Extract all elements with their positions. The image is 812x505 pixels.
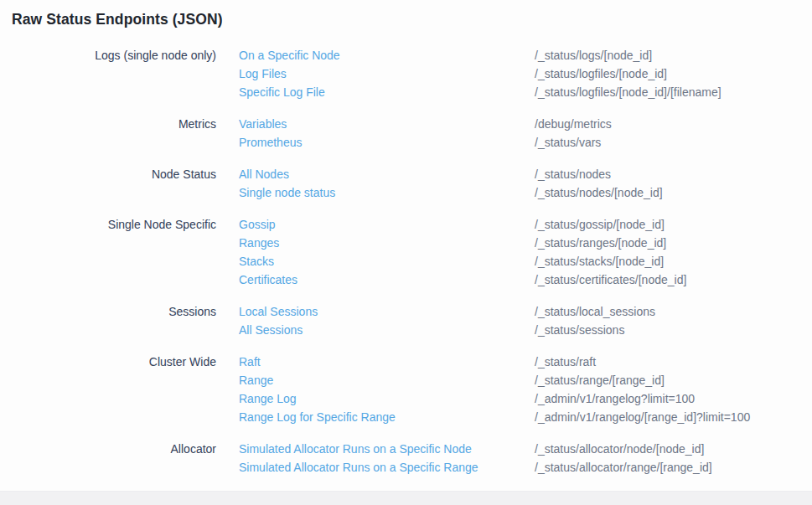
endpoint-link[interactable]: Range Log [239, 389, 535, 408]
section-category: Metrics [0, 115, 216, 133]
endpoint-path: /_status/raft [535, 353, 812, 371]
endpoint-link[interactable]: Range [239, 371, 535, 389]
footer-strip [0, 491, 812, 505]
endpoint-section: Allocator Simulated Allocator Runs on a … [0, 440, 812, 477]
section-category: Allocator [0, 440, 216, 458]
endpoint-section: Sessions Local SessionsAll Sessions /_st… [0, 302, 812, 339]
endpoint-path: /_status/logs/[node_id] [535, 46, 812, 64]
endpoint-link[interactable]: Stacks [239, 252, 535, 271]
endpoint-path: /_status/range/[range_id] [535, 371, 812, 389]
section-paths-column: /_status/allocator/node/[node_id]/_statu… [535, 440, 812, 477]
endpoint-link[interactable]: Log Files [239, 64, 535, 83]
endpoint-section: Logs (single node only) On a Specific No… [0, 46, 812, 101]
endpoint-path: /_status/allocator/range/[range_id] [535, 458, 812, 477]
endpoint-path: /_status/local_sessions [535, 302, 812, 321]
endpoint-path: /_admin/v1/rangelog?limit=100 [535, 389, 812, 408]
endpoint-link[interactable]: Certificates [239, 271, 535, 289]
section-category: Node Status [0, 165, 216, 183]
endpoint-section: Metrics VariablesPrometheus /debug/metri… [0, 115, 812, 152]
endpoint-path: /_status/logfiles/[node_id]/[filename] [535, 83, 812, 101]
endpoint-link[interactable]: Single node status [239, 183, 535, 202]
section-links-column: RaftRangeRange LogRange Log for Specific… [239, 353, 535, 426]
endpoint-link[interactable]: On a Specific Node [239, 46, 535, 64]
endpoint-link[interactable]: Ranges [239, 234, 535, 252]
endpoint-sections-list: Logs (single node only) On a Specific No… [0, 46, 812, 477]
endpoint-path: /_status/sessions [535, 321, 812, 339]
section-paths-column: /_status/logs/[node_id]/_status/logfiles… [535, 46, 812, 101]
endpoint-path: /_status/nodes/[node_id] [535, 183, 812, 202]
endpoint-link[interactable]: All Nodes [239, 165, 535, 183]
endpoint-path: /_status/gossip/[node_id] [535, 215, 812, 234]
endpoint-path: /debug/metrics [535, 115, 812, 133]
endpoint-link[interactable]: Simulated Allocator Runs on a Specific N… [239, 440, 535, 458]
endpoint-link[interactable]: Specific Log File [239, 83, 535, 101]
endpoint-path: /_status/nodes [535, 165, 812, 183]
endpoint-link[interactable]: Range Log for Specific Range [239, 408, 535, 426]
endpoint-link[interactable]: Prometheus [239, 133, 535, 152]
endpoint-path: /_status/vars [535, 133, 812, 152]
section-category: Sessions [0, 302, 216, 321]
endpoint-link[interactable]: Simulated Allocator Runs on a Specific R… [239, 458, 535, 477]
raw-status-endpoints-page: Raw Status Endpoints (JSON) Logs (single… [0, 0, 812, 505]
endpoint-link[interactable]: Raft [239, 353, 535, 371]
section-category: Cluster Wide [0, 353, 216, 371]
endpoint-link[interactable]: All Sessions [239, 321, 535, 339]
section-paths-column: /_status/nodes/_status/nodes/[node_id] [535, 165, 812, 202]
section-category: Logs (single node only) [0, 46, 216, 64]
endpoint-section: Cluster Wide RaftRangeRange LogRange Log… [0, 353, 812, 426]
endpoint-link[interactable]: Gossip [239, 215, 535, 234]
page-title: Raw Status Endpoints (JSON) [0, 0, 812, 28]
section-links-column: Local SessionsAll Sessions [239, 302, 535, 339]
endpoint-section: Single Node Specific GossipRangesStacksC… [0, 215, 812, 289]
section-links-column: Simulated Allocator Runs on a Specific N… [239, 440, 535, 477]
section-paths-column: /debug/metrics/_status/vars [535, 115, 812, 152]
endpoint-path: /_status/allocator/node/[node_id] [535, 440, 812, 458]
section-links-column: GossipRangesStacksCertificates [239, 215, 535, 289]
endpoint-path: /_status/certificates/[node_id] [535, 271, 812, 289]
section-category: Single Node Specific [0, 215, 216, 234]
endpoint-path: /_status/stacks/[node_id] [535, 252, 812, 271]
endpoint-path: /_status/logfiles/[node_id] [535, 64, 812, 83]
endpoint-path: /_status/ranges/[node_id] [535, 234, 812, 252]
section-links-column: All NodesSingle node status [239, 165, 535, 202]
section-paths-column: /_status/local_sessions/_status/sessions [535, 302, 812, 339]
endpoint-link[interactable]: Local Sessions [239, 302, 535, 321]
endpoint-section: Node Status All NodesSingle node status … [0, 165, 812, 202]
endpoint-link[interactable]: Variables [239, 115, 535, 133]
section-paths-column: /_status/gossip/[node_id]/_status/ranges… [535, 215, 812, 289]
endpoint-path: /_admin/v1/rangelog/[range_id]?limit=100 [535, 408, 812, 426]
section-links-column: VariablesPrometheus [239, 115, 535, 152]
section-paths-column: /_status/raft/_status/range/[range_id]/_… [535, 353, 812, 426]
section-links-column: On a Specific NodeLog FilesSpecific Log … [239, 46, 535, 101]
